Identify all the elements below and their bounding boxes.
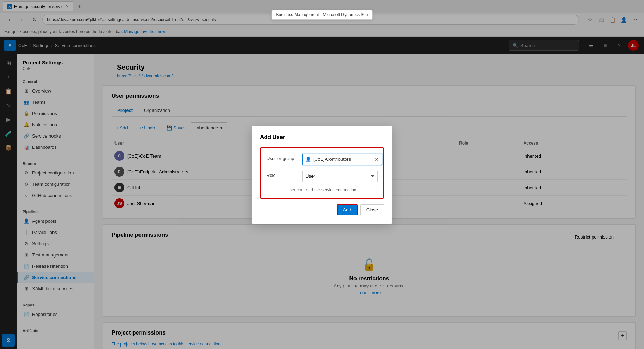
dialog-add-button[interactable]: Add [337, 204, 358, 215]
role-select[interactable]: User Administrator [302, 171, 378, 182]
user-group-row: User or group 👤 ✕ [266, 154, 378, 165]
dialog-form: User or group 👤 ✕ Role User Administrato… [260, 147, 384, 199]
role-hint: User can read the service connection. [266, 188, 378, 192]
add-user-dialog: Add User User or group 👤 ✕ Role User [252, 126, 392, 224]
dialog-actions: Add Close [260, 204, 384, 215]
dialog-title: Add User [260, 134, 384, 140]
user-group-input-container: 👤 ✕ [302, 154, 382, 165]
user-group-field: 👤 ✕ [302, 154, 382, 165]
user-group-label: User or group [266, 154, 298, 161]
clear-input-button[interactable]: ✕ [374, 157, 379, 162]
user-icon: 👤 [305, 157, 311, 162]
role-field: User Administrator [302, 171, 378, 182]
user-group-input[interactable] [313, 157, 372, 162]
modal-overlay: Add User User or group 👤 ✕ Role User [0, 0, 644, 349]
role-row: Role User Administrator [266, 171, 378, 182]
role-label: Role [266, 171, 298, 178]
browser-tooltip: Business Management - Microsoft Dynamics… [272, 10, 373, 20]
dialog-close-button[interactable]: Close [360, 204, 384, 215]
